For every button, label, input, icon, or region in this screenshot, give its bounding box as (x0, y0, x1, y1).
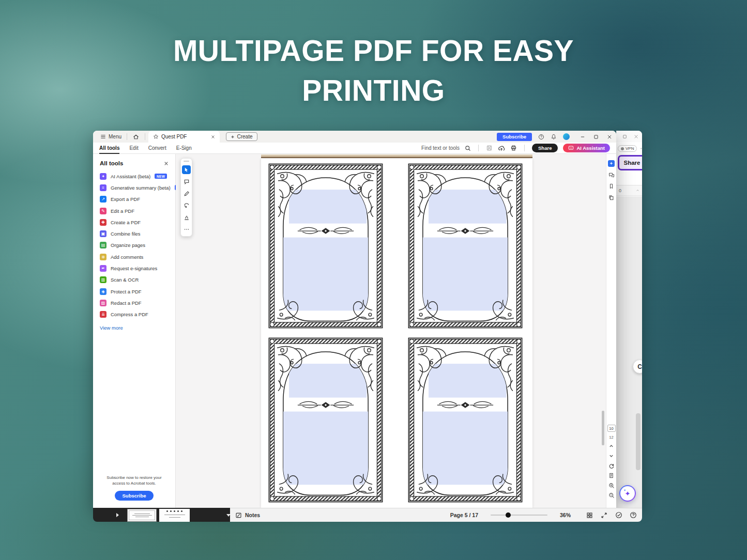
tool-item-scan-ocr[interactable]: ▥ Scan & OCR (100, 274, 169, 286)
carousel-arrow-icon[interactable] (116, 513, 119, 517)
print-icon[interactable] (510, 145, 517, 151)
fullscreen-button[interactable] (600, 511, 608, 519)
notes-toggle[interactable]: Notes (235, 512, 260, 519)
upload-cloud-icon[interactable] (498, 145, 505, 152)
tool-item-redact-pdf[interactable]: ▨ Redact a PDF (100, 297, 169, 308)
find-text-label[interactable]: Find text or tools (421, 145, 460, 151)
page-thumbnail[interactable] (159, 509, 190, 522)
star-icon[interactable] (153, 134, 159, 139)
page-view-button[interactable] (608, 472, 615, 479)
next-page-button[interactable] (608, 453, 615, 459)
search-icon[interactable] (465, 145, 471, 151)
carousel-arrow-icon[interactable] (226, 514, 230, 517)
expand-icon (601, 512, 607, 519)
close-icon[interactable] (607, 134, 612, 139)
page-thumbnail[interactable] (127, 509, 157, 522)
tool-item-export-pdf[interactable]: ↗ Export a PDF (100, 194, 169, 205)
ai-assistant-icon (568, 145, 574, 151)
menu-button[interactable]: Menu (97, 134, 125, 139)
copy-pages-icon (608, 195, 614, 200)
ai-assistant-button[interactable]: AI Assistant (563, 144, 610, 152)
rear-scrollbar-thumb[interactable] (636, 413, 641, 470)
ai-assistant-bubble[interactable]: ✦ ✦ (619, 485, 636, 502)
document-tab[interactable]: Quest PDF (148, 131, 220, 143)
sparkle-icon: ✦ (623, 489, 626, 492)
ink-icon (184, 214, 190, 221)
help-button[interactable] (629, 511, 637, 519)
thumbnail-strip (93, 508, 230, 522)
zoom-in-button[interactable] (608, 482, 615, 489)
close-panel-icon[interactable] (164, 161, 169, 166)
close-tab-icon[interactable] (211, 135, 215, 139)
background-window-toolbar: VPN (616, 142, 642, 155)
bookmarks-panel-button[interactable] (608, 183, 615, 190)
export-pdf-icon: ↗ (100, 196, 106, 203)
tool-item-create-pdf[interactable]: ✚ Create a PDF (100, 216, 169, 228)
zoom-out-button[interactable] (608, 492, 615, 499)
document-viewport[interactable] (176, 154, 606, 508)
document-scrollbar-thumb[interactable] (602, 411, 604, 445)
close-icon[interactable] (634, 134, 638, 139)
tool-item-combine-files[interactable]: ▣ Combine files (100, 228, 169, 239)
rear-share-button[interactable]: Share (618, 155, 642, 170)
view-more-link[interactable]: View more (100, 325, 169, 331)
thumbnail-view-button[interactable] (586, 511, 593, 519)
page-nav-cluster: 10 12 (606, 425, 616, 499)
subscribe-note: Subscribe now to restore your access to … (101, 475, 167, 487)
home-button[interactable] (129, 134, 143, 140)
previous-page-button[interactable] (608, 443, 615, 449)
tool-item-protect-pdf[interactable]: ◈ Protect a PDF (100, 286, 169, 297)
page-number-input[interactable]: 10 (607, 425, 616, 432)
right-rail: 10 12 (606, 154, 616, 508)
lasso-tool-button[interactable] (182, 201, 191, 210)
slider-knob[interactable] (506, 512, 511, 518)
highlight-tool-button[interactable] (182, 189, 191, 198)
notifications-bell-icon[interactable] (551, 134, 557, 140)
pages-panel-button[interactable] (608, 194, 615, 201)
vpn-badge[interactable]: VPN (618, 145, 637, 152)
create-button[interactable]: Create (226, 132, 257, 141)
fill-sign-tool-button[interactable] (182, 213, 191, 222)
drag-handle[interactable] (184, 161, 189, 162)
more-tools-button[interactable] (182, 225, 191, 234)
tab-all-tools[interactable]: All tools (99, 143, 119, 154)
tool-item-compress-pdf[interactable]: ⇊ Compress a PDF (100, 309, 169, 320)
subscribe-button[interactable]: Subscribe (115, 491, 154, 501)
maximize-icon[interactable] (593, 134, 599, 139)
generative-summary-tool-icon: ≡ (100, 184, 106, 191)
comments-panel-button[interactable] (608, 172, 615, 178)
tab-edit[interactable]: Edit (129, 143, 138, 154)
page-slider[interactable] (491, 515, 547, 516)
share-button[interactable]: Share (532, 144, 558, 152)
page-icon (608, 473, 614, 478)
rear-assistant-button[interactable]: C (633, 360, 642, 374)
select-tool-button[interactable] (182, 165, 191, 174)
generative-summary-panel-button[interactable] (608, 160, 615, 167)
help-icon[interactable] (538, 134, 544, 140)
avatar[interactable] (563, 133, 570, 140)
chevron-down-icon (608, 453, 614, 459)
ai-assistant-tool-icon: ✦ (100, 173, 106, 180)
tab-esign[interactable]: E-Sign (176, 143, 192, 154)
subscribe-button-top[interactable]: Subscribe (497, 133, 532, 141)
vpn-dot-icon (621, 147, 624, 150)
save-icon[interactable] (486, 145, 493, 151)
tool-item-ai-assistant[interactable]: ✦ AI Assistant (beta) NEW (100, 170, 169, 182)
divider (524, 145, 525, 151)
tool-item-organize-pages[interactable]: ▤ Organize pages (100, 240, 169, 251)
hamburger-icon (100, 134, 106, 139)
tool-item-add-comments[interactable]: ⊕ Add comments (100, 251, 169, 262)
minimize-icon[interactable] (580, 134, 585, 139)
tab-convert[interactable]: Convert (148, 143, 166, 154)
tool-item-request-esignatures[interactable]: ✒ Request e-signatures (100, 262, 169, 274)
tool-item-edit-pdf[interactable]: ✎ Edit a PDF (100, 205, 169, 216)
request-esignatures-icon: ✒ (100, 265, 106, 272)
rear-zoom-field[interactable]: 0 (616, 185, 642, 196)
rotate-page-button[interactable] (608, 462, 615, 469)
maximize-icon[interactable] (622, 134, 627, 139)
comment-tool-button[interactable] (182, 177, 191, 186)
tool-item-generative-summary[interactable]: ≡ Generative summary (beta) NEW (100, 182, 169, 193)
menu-icon[interactable] (641, 146, 642, 151)
scan-ocr-icon: ▥ (100, 276, 106, 283)
validation-check-button[interactable] (615, 511, 622, 519)
